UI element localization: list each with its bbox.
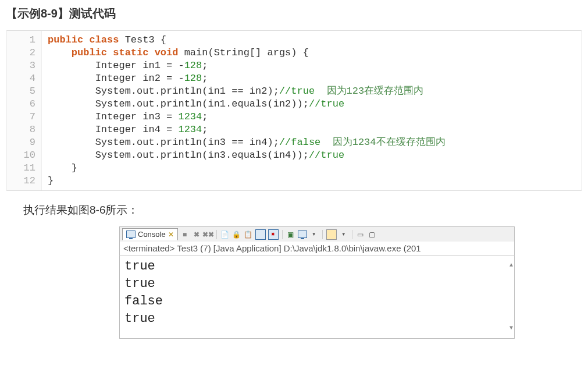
line-number: 5 bbox=[6, 85, 35, 98]
display-selected-icon[interactable] bbox=[255, 229, 266, 240]
console-output-line: true bbox=[124, 258, 509, 275]
code-line: public class Test3 { bbox=[48, 34, 576, 47]
code-line: Integer in2 = -128; bbox=[48, 72, 576, 85]
line-number: 2 bbox=[6, 47, 35, 59]
remove-icon[interactable]: ✖ bbox=[192, 230, 201, 239]
scroll-up-arrow-icon[interactable]: ▲ bbox=[509, 257, 513, 274]
dropdown-icon[interactable]: ▼ bbox=[339, 230, 348, 239]
open-console-icon[interactable]: ▣ bbox=[286, 230, 295, 239]
code-line: } bbox=[48, 162, 576, 175]
dropdown-icon[interactable]: ▼ bbox=[309, 230, 319, 239]
code-line: System.out.println(in3.equals(in4));//tr… bbox=[48, 149, 576, 162]
maximize-icon[interactable]: ▢ bbox=[368, 230, 377, 239]
line-number: 6 bbox=[6, 98, 35, 111]
minimize-icon[interactable]: ▭ bbox=[356, 230, 365, 239]
console-output-line: true bbox=[124, 275, 509, 293]
line-number: 10 bbox=[6, 149, 35, 162]
code-line: public static void main(String[] args) { bbox=[48, 47, 576, 59]
termination-status: <terminated> Test3 (7) [Java Application… bbox=[119, 242, 515, 255]
console-output-line: true bbox=[124, 310, 509, 328]
clear-icon[interactable]: 📋 bbox=[244, 230, 253, 239]
separator-icon bbox=[282, 230, 283, 239]
line-number: 8 bbox=[6, 123, 35, 136]
line-number: 7 bbox=[6, 111, 35, 123]
display-selected2-icon[interactable]: ✖ bbox=[268, 229, 279, 240]
code-line: System.out.println(in3 == in4);//false 因… bbox=[48, 136, 576, 149]
code-line: System.out.println(in1 == in2);//true 因为… bbox=[48, 85, 576, 98]
console-window: Console ✕ ■ ✖ ✖✖ 📄 🔒 📋 ✖ ▣ ▼ ▼ ▭ ▢ <term… bbox=[119, 226, 515, 339]
console-tab[interactable]: Console ✕ bbox=[122, 228, 178, 240]
code-block: 123456789101112 public class Test3 { pub… bbox=[6, 30, 582, 191]
separator-icon bbox=[216, 230, 217, 239]
console-output: ▲ ▼ truetruefalsetrue bbox=[119, 255, 515, 339]
pin-icon: ✕ bbox=[168, 230, 174, 239]
stop-icon[interactable]: ■ bbox=[180, 230, 190, 239]
example-title: 【示例8-9】测试代码 bbox=[6, 6, 582, 22]
line-number: 9 bbox=[6, 136, 35, 149]
new-console-icon[interactable] bbox=[326, 229, 337, 240]
line-number: 3 bbox=[6, 59, 35, 72]
console-tab-label: Console bbox=[138, 230, 166, 239]
code-content: public class Test3 { public static void … bbox=[42, 31, 582, 190]
code-line: Integer in3 = 1234; bbox=[48, 111, 576, 123]
code-line: Integer in4 = 1234; bbox=[48, 123, 576, 136]
pin-console-icon[interactable]: 🔒 bbox=[232, 230, 241, 239]
line-number: 1 bbox=[6, 34, 35, 47]
console-output-line: false bbox=[124, 293, 509, 310]
separator-icon bbox=[322, 230, 323, 239]
remove-all-icon[interactable]: ✖✖ bbox=[204, 230, 213, 239]
console-icon bbox=[126, 230, 136, 238]
line-number: 4 bbox=[6, 72, 35, 85]
code-line: Integer in1 = -128; bbox=[48, 59, 576, 72]
code-line: System.out.println(in1.equals(in2));//tr… bbox=[48, 98, 576, 111]
separator-icon bbox=[352, 230, 352, 239]
line-number: 11 bbox=[6, 162, 35, 175]
console-toolbar: Console ✕ ■ ✖ ✖✖ 📄 🔒 📋 ✖ ▣ ▼ ▼ ▭ ▢ bbox=[119, 226, 515, 242]
line-number: 12 bbox=[6, 175, 35, 187]
scroll-lock-icon[interactable]: 📄 bbox=[220, 230, 230, 239]
code-line: } bbox=[48, 175, 576, 187]
line-gutter: 123456789101112 bbox=[6, 31, 42, 190]
monitor-icon[interactable] bbox=[298, 230, 307, 239]
result-intro-text: 执行结果如图8-6所示： bbox=[23, 203, 582, 218]
scroll-down-arrow-icon[interactable]: ▼ bbox=[509, 320, 513, 337]
